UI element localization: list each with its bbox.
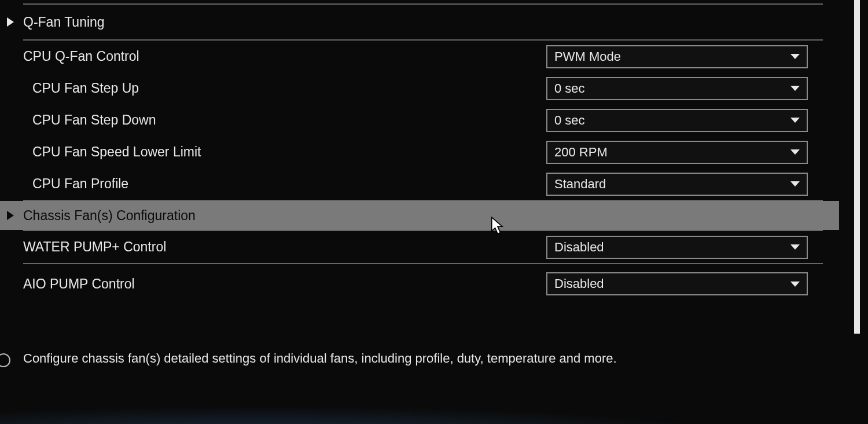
cpu-fan-profile-label: CPU Fan Profile [23,176,546,192]
water-pump-control-label: WATER PUMP+ Control [23,239,546,255]
aio-pump-control-label: AIO PUMP Control [23,276,546,292]
caret-down-icon [790,86,800,91]
caret-down-icon [790,244,800,250]
caret-down-icon [790,118,800,123]
cpu-fan-speed-lower-limit-label: CPU Fan Speed Lower Limit [23,144,546,160]
cpu-fan-speed-lower-limit-row: CPU Fan Speed Lower Limit 200 RPM [0,136,839,168]
scrollbar[interactable] [854,0,860,334]
dropdown-value: Disabled [554,276,790,291]
cpu-fan-step-up-row: CPU Fan Step Up 0 sec [0,72,839,104]
dropdown-value: Standard [554,177,790,192]
caret-down-icon [790,149,800,155]
aio-pump-control-dropdown[interactable]: Disabled [546,272,808,295]
help-text-area: Configure chassis fan(s) detailed settin… [0,343,868,374]
aio-pump-control-row: AIO PUMP Control Disabled [0,264,839,304]
cpu-fan-step-down-dropdown[interactable]: 0 sec [546,109,808,132]
cpu-qfan-control-label: CPU Q-Fan Control [23,49,546,64]
cpu-qfan-control-dropdown[interactable]: PWM Mode [546,45,808,68]
cpu-fan-profile-dropdown[interactable]: Standard [546,173,808,196]
cpu-fan-step-down-row: CPU Fan Step Down 0 sec [0,104,839,136]
cpu-qfan-control-row: CPU Q-Fan Control PWM Mode [0,41,839,72]
dropdown-value: Disabled [554,240,790,255]
caret-down-icon [790,282,800,287]
help-text: Configure chassis fan(s) detailed settin… [23,351,617,365]
chassis-fan-config-submenu[interactable]: Chassis Fan(s) Configuration [0,201,839,230]
dropdown-value: 0 sec [554,113,790,128]
cpu-fan-step-down-label: CPU Fan Step Down [23,112,546,128]
chevron-right-icon [7,17,14,27]
cpu-fan-step-up-label: CPU Fan Step Up [23,81,546,96]
water-pump-control-row: WATER PUMP+ Control Disabled [0,231,839,263]
caret-down-icon [790,181,800,187]
cpu-fan-step-up-dropdown[interactable]: 0 sec [546,77,808,100]
cpu-fan-speed-lower-limit-dropdown[interactable]: 200 RPM [546,141,808,164]
chevron-right-icon [7,211,14,220]
dropdown-value: 200 RPM [554,145,790,160]
chassis-fan-config-label: Chassis Fan(s) Configuration [23,208,839,224]
dropdown-value: 0 sec [554,81,790,96]
dropdown-value: PWM Mode [554,49,790,64]
caret-down-icon [790,54,800,59]
cpu-fan-profile-row: CPU Fan Profile Standard [0,168,839,200]
qfan-tuning-submenu[interactable]: Q-Fan Tuning [0,5,839,39]
decorative-glow [0,400,868,424]
qfan-tuning-label: Q-Fan Tuning [23,14,839,30]
water-pump-control-dropdown[interactable]: Disabled [546,236,808,259]
settings-panel: Q-Fan Tuning CPU Q-Fan Control PWM Mode … [0,0,851,336]
